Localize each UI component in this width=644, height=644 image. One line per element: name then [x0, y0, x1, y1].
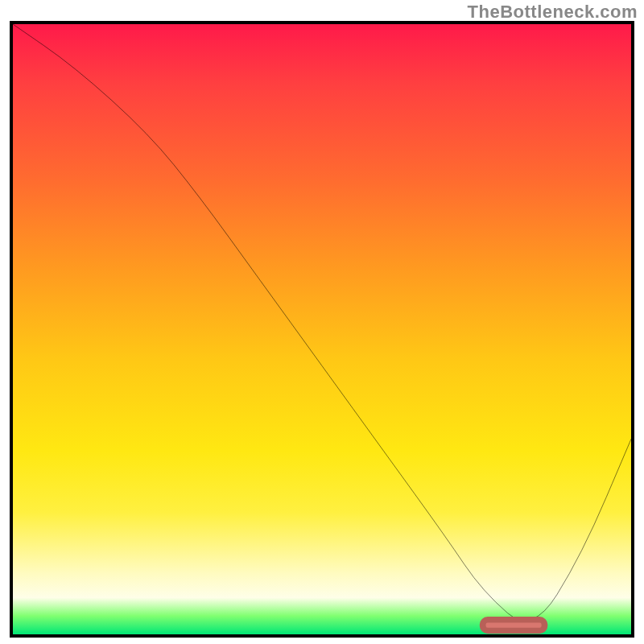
bottleneck-curve — [13, 24, 631, 621]
chart-container: TheBottleneck.com — [0, 0, 644, 644]
plot-frame — [10, 21, 634, 638]
optimal-range-marker — [483, 620, 545, 631]
curve-layer — [13, 24, 631, 634]
watermark-text: TheBottleneck.com — [468, 2, 638, 23]
